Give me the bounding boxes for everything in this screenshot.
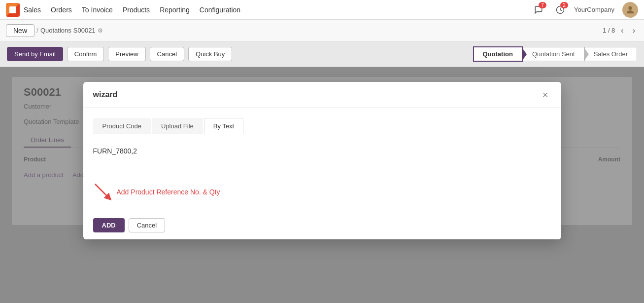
nav-orders[interactable]: Orders — [51, 4, 72, 16]
action-bar: Send by Email Confirm Preview Cancel Qui… — [0, 41, 644, 67]
hint-text: Add Product Reference No. & Qty — [117, 188, 220, 196]
top-nav: Sales Orders To Invoice Products Reporti… — [0, 0, 644, 20]
dialog-cancel-button[interactable]: Cancel — [129, 218, 165, 232]
activity-button[interactable]: 2 — [552, 2, 568, 18]
new-button[interactable]: New — [6, 24, 34, 37]
main-content: S00021 Customer Quotation Template Order… — [0, 67, 644, 303]
dialog-hint: Add Product Reference No. & Qty — [93, 182, 551, 202]
nav-configuration[interactable]: Configuration — [200, 4, 240, 16]
nav-links: Sales Orders To Invoice Products Reporti… — [24, 4, 240, 16]
status-sales-order[interactable]: Sales Order — [584, 47, 637, 61]
dialog-tabs: Product Code Upload File By Text — [93, 118, 551, 134]
app-logo — [6, 3, 20, 17]
status-quotation-sent[interactable]: Quotation Sent — [523, 47, 584, 61]
pagination: 1 / 8 ‹ › — [603, 25, 638, 36]
preview-button[interactable]: Preview — [108, 47, 145, 61]
breadcrumb-bar: New / Quotations S00021 ⚙ 1 / 8 ‹ › — [0, 20, 644, 41]
nav-products[interactable]: Products — [123, 4, 150, 16]
status-bar: Quotation Quotation Sent Sales Order — [473, 46, 638, 62]
send-by-email-button[interactable]: Send by Email — [7, 47, 63, 61]
cancel-button[interactable]: Cancel — [150, 47, 184, 61]
dialog-body: Product Code Upload File By Text — [83, 108, 561, 207]
dialog-close-button[interactable]: × — [540, 89, 551, 101]
nav-sales[interactable]: Sales — [24, 4, 41, 16]
nav-to-invoice[interactable]: To Invoice — [82, 4, 113, 16]
arrow-icon — [93, 182, 113, 202]
text-input[interactable] — [93, 147, 551, 177]
quotations-label[interactable]: Quotations — [40, 27, 71, 34]
tab-upload-file[interactable]: Upload File — [152, 118, 203, 134]
notification-count: 7 — [539, 2, 546, 8]
tab-product-code[interactable]: Product Code — [93, 118, 151, 134]
activity-count: 2 — [560, 2, 568, 8]
breadcrumb-current: Quotations S00021 ⚙ — [40, 27, 103, 34]
settings-icon[interactable]: ⚙ — [98, 27, 103, 34]
prev-record-button[interactable]: ‹ — [618, 25, 626, 36]
quick-buy-button[interactable]: Quick Buy — [188, 47, 232, 61]
notifications-button[interactable]: 7 — [531, 2, 546, 18]
nav-reporting[interactable]: Reporting — [160, 4, 190, 16]
breadcrumb-separator: / — [36, 27, 38, 35]
user-avatar[interactable] — [622, 2, 638, 18]
tab-by-text[interactable]: By Text — [204, 118, 243, 134]
svg-line-3 — [95, 184, 109, 198]
status-quotation[interactable]: Quotation — [473, 46, 523, 62]
confirm-button[interactable]: Confirm — [67, 47, 104, 61]
dialog-header: wizard × — [83, 82, 561, 108]
next-record-button[interactable]: › — [630, 25, 638, 36]
dialog-footer: ADD Cancel — [83, 211, 561, 239]
nav-right: 7 2 YourCompany — [531, 2, 638, 18]
wizard-dialog: wizard × Product Code Upload File By Tex… — [83, 82, 561, 239]
dialog-title: wizard — [93, 90, 118, 99]
modal-overlay: wizard × Product Code Upload File By Tex… — [0, 67, 644, 303]
dialog-content: Add Product Reference No. & Qty — [93, 142, 551, 207]
record-id: S00021 — [73, 27, 96, 34]
pagination-text: 1 / 8 — [603, 27, 615, 34]
company-name: YourCompany — [574, 6, 614, 13]
svg-point-1 — [628, 6, 632, 9]
add-button[interactable]: ADD — [93, 218, 125, 232]
